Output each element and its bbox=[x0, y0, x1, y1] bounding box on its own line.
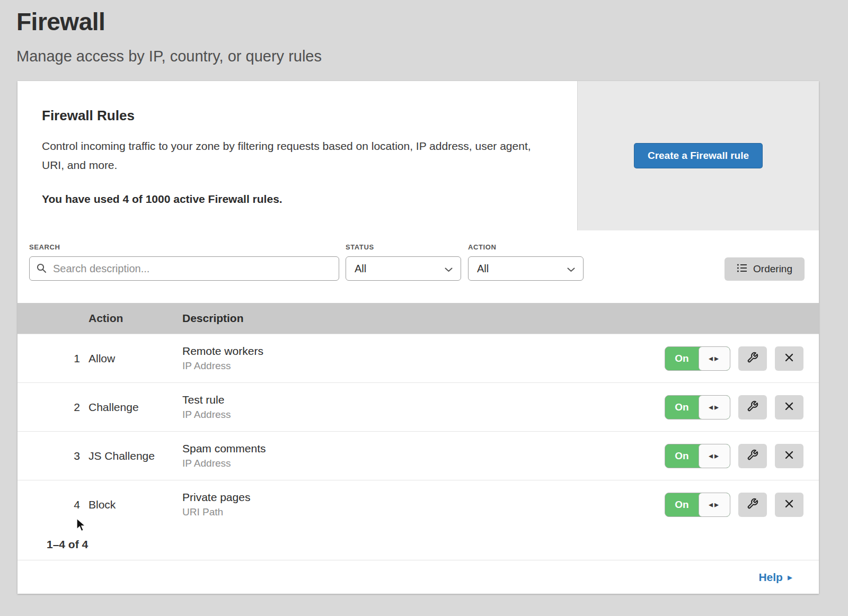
close-icon bbox=[784, 353, 794, 364]
edit-rule-button[interactable] bbox=[738, 493, 767, 517]
create-firewall-rule-button[interactable]: Create a Firewall rule bbox=[634, 143, 763, 168]
table-row: 1 Allow Remote workers IP Address On ◂▸ bbox=[17, 334, 819, 382]
page-subtitle: Manage access by IP, country, or query r… bbox=[16, 48, 848, 65]
chevron-down-icon bbox=[445, 263, 453, 275]
rule-description: Test rule bbox=[182, 394, 665, 406]
rule-action: Block bbox=[89, 498, 182, 511]
status-filter: STATUS All bbox=[346, 243, 461, 281]
card-intro-section: Firewall Rules Control incoming traffic … bbox=[17, 81, 819, 230]
page-header: Firewall Manage access by IP, country, o… bbox=[0, 0, 848, 65]
status-label: STATUS bbox=[346, 243, 461, 251]
close-icon bbox=[784, 499, 794, 510]
column-header-description: Description bbox=[182, 312, 819, 325]
wrench-icon bbox=[747, 352, 758, 365]
status-select-value: All bbox=[355, 263, 366, 275]
action-select[interactable]: All bbox=[468, 256, 584, 281]
card-footer: Help ▸ bbox=[17, 560, 819, 594]
card-intro-text: Firewall Rules Control incoming traffic … bbox=[17, 81, 577, 230]
wrench-icon bbox=[747, 449, 758, 462]
close-icon bbox=[784, 401, 794, 413]
search-input-wrap bbox=[29, 256, 339, 281]
rule-action: Allow bbox=[89, 352, 182, 365]
toggle-knob-arrows-icon[interactable]: ◂▸ bbox=[699, 396, 730, 419]
rule-field: IP Address bbox=[182, 458, 665, 469]
delete-rule-button[interactable] bbox=[775, 346, 803, 371]
rule-description-cell: Spam comments IP Address bbox=[182, 442, 665, 469]
rule-controls: On ◂▸ bbox=[665, 493, 819, 517]
search-label: SEARCH bbox=[29, 243, 339, 251]
toggle-knob-arrows-icon[interactable]: ◂▸ bbox=[699, 347, 730, 370]
toggle-knob-arrows-icon[interactable]: ◂▸ bbox=[699, 444, 730, 468]
help-link[interactable]: Help ▸ bbox=[758, 571, 792, 584]
search-filter: SEARCH bbox=[29, 243, 339, 281]
search-icon bbox=[37, 263, 47, 275]
rule-description-cell: Remote workers IP Address bbox=[182, 345, 665, 372]
delete-rule-button[interactable] bbox=[775, 493, 803, 517]
card-description: Control incoming traffic to your zone by… bbox=[42, 137, 540, 175]
help-link-label: Help bbox=[758, 571, 783, 584]
rule-controls: On ◂▸ bbox=[665, 444, 819, 468]
edit-rule-button[interactable] bbox=[738, 395, 767, 419]
filters-bar: SEARCH STATUS All ACTION All bbox=[17, 230, 819, 303]
action-filter: ACTION All bbox=[468, 243, 584, 281]
usage-summary: You have used 4 of 1000 active Firewall … bbox=[42, 193, 540, 206]
rule-priority: 1 bbox=[17, 352, 89, 365]
rule-field: IP Address bbox=[182, 409, 665, 421]
rule-field: URI Path bbox=[182, 506, 665, 518]
rule-field: IP Address bbox=[182, 360, 665, 372]
rule-enabled-toggle[interactable]: On ◂▸ bbox=[665, 493, 730, 517]
rule-enabled-toggle[interactable]: On ◂▸ bbox=[665, 444, 730, 468]
page-title: Firewall bbox=[16, 7, 848, 36]
search-input[interactable] bbox=[29, 256, 339, 281]
table-row: 2 Challenge Test rule IP Address On ◂▸ bbox=[17, 382, 819, 431]
rule-description-cell: Test rule IP Address bbox=[182, 394, 665, 421]
rule-description: Spam comments bbox=[182, 442, 665, 455]
rule-controls: On ◂▸ bbox=[665, 395, 819, 419]
action-label: ACTION bbox=[468, 243, 584, 251]
rule-action: JS Challenge bbox=[89, 450, 182, 462]
ordering-icon bbox=[737, 263, 747, 275]
pagination: 1–4 of 4 bbox=[17, 529, 819, 560]
toggle-knob-arrows-icon[interactable]: ◂▸ bbox=[699, 493, 730, 516]
pagination-text: 1–4 of 4 bbox=[47, 538, 88, 551]
close-icon bbox=[784, 450, 794, 461]
status-select[interactable]: All bbox=[346, 256, 461, 281]
toggle-state-label: On bbox=[665, 493, 699, 516]
chevron-down-icon bbox=[567, 263, 575, 275]
rule-description-cell: Private pages URI Path bbox=[182, 491, 665, 518]
delete-rule-button[interactable] bbox=[775, 395, 803, 419]
edit-rule-button[interactable] bbox=[738, 346, 767, 371]
toggle-state-label: On bbox=[665, 444, 699, 468]
rule-priority: 4 bbox=[17, 498, 89, 511]
help-arrow-icon: ▸ bbox=[788, 573, 792, 582]
firewall-rules-card: Firewall Rules Control incoming traffic … bbox=[17, 81, 819, 594]
rule-enabled-toggle[interactable]: On ◂▸ bbox=[665, 346, 730, 371]
rule-priority: 2 bbox=[17, 401, 89, 414]
rule-controls: On ◂▸ bbox=[665, 346, 819, 371]
column-header-action: Action bbox=[89, 312, 182, 325]
edit-rule-button[interactable] bbox=[738, 444, 767, 468]
rule-description: Private pages bbox=[182, 491, 665, 504]
wrench-icon bbox=[747, 400, 758, 414]
rule-enabled-toggle[interactable]: On ◂▸ bbox=[665, 395, 730, 419]
card-heading: Firewall Rules bbox=[42, 108, 540, 124]
wrench-icon bbox=[747, 498, 758, 511]
rule-priority: 3 bbox=[17, 450, 89, 462]
ordering-button-label: Ordering bbox=[753, 263, 792, 275]
table-row: 3 JS Challenge Spam comments IP Address … bbox=[17, 431, 819, 480]
card-action-panel: Create a Firewall rule bbox=[577, 81, 819, 230]
toggle-state-label: On bbox=[665, 396, 699, 419]
rule-action: Challenge bbox=[89, 401, 182, 414]
table-header: Action Description bbox=[17, 303, 819, 334]
ordering-button[interactable]: Ordering bbox=[725, 257, 805, 281]
rule-description: Remote workers bbox=[182, 345, 665, 358]
delete-rule-button[interactable] bbox=[775, 444, 803, 468]
table-row: 4 Block Private pages URI Path On ◂▸ bbox=[17, 480, 819, 529]
action-select-value: All bbox=[477, 263, 489, 275]
toggle-state-label: On bbox=[665, 347, 699, 370]
